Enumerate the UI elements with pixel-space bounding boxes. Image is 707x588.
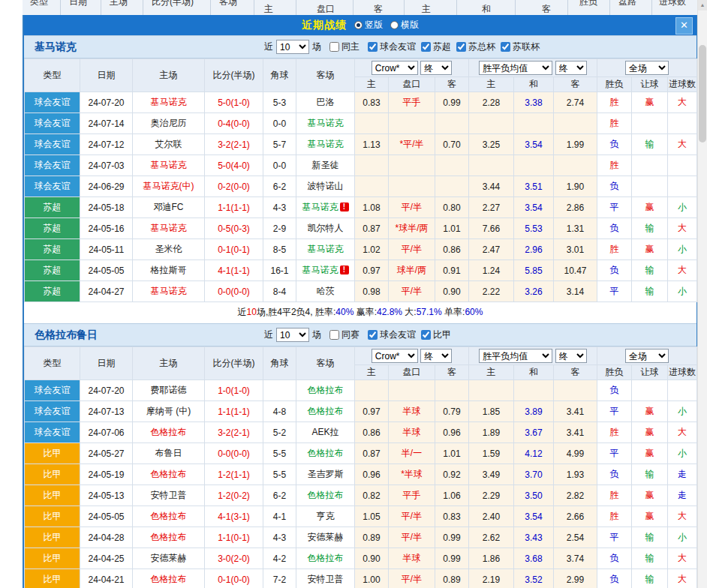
league-filter[interactable]: 比甲 (421, 328, 451, 341)
corners-cell: 5-5 (263, 464, 296, 485)
league-filter-input[interactable] (368, 42, 378, 52)
match-count-select[interactable]: 10 (276, 40, 309, 54)
league-filter-input[interactable] (456, 42, 466, 52)
league-filter-input[interactable] (421, 42, 431, 52)
team-name[interactable]: 色格拉布鲁日 (35, 328, 98, 342)
home-team[interactable]: 摩纳哥 (中) (133, 401, 205, 422)
result-cell: 平 (597, 197, 632, 218)
scrollbar-track[interactable]: ▲ (697, 0, 707, 588)
corners-cell: 4-3 (263, 527, 296, 548)
away-team[interactable]: 基马诺克 (296, 239, 355, 260)
away-team-label: 色格拉布 (308, 406, 344, 416)
result-header: 全场 (597, 59, 697, 77)
league-filter-input[interactable] (421, 330, 431, 340)
scope-select[interactable]: 全场 (625, 61, 669, 75)
alert-icon[interactable]: ! (340, 266, 349, 274)
league-filter-input[interactable] (368, 330, 378, 340)
home-win-odds: 2.47 (469, 239, 514, 260)
asian-final-select[interactable]: 终 (420, 349, 452, 363)
away-team[interactable]: 巴洛 (296, 92, 355, 113)
home-team[interactable]: 色格拉布 (133, 527, 205, 548)
match-row: 比甲24-05-13安特卫普1-2(0-2)6-2色格拉布0.82平手1.062… (25, 485, 697, 506)
scrollbar-thumb[interactable] (699, 45, 706, 142)
handicap-result-cell: 赢 (632, 422, 668, 443)
away-team[interactable]: 安特卫普 (296, 569, 355, 588)
match-count-select[interactable]: 10 (276, 328, 309, 342)
league-filter[interactable]: 苏超 (421, 40, 451, 53)
scope-select[interactable]: 全场 (625, 349, 669, 363)
home-team[interactable]: 色格拉布 (133, 506, 205, 527)
home-team-label: 费耶诺德 (151, 385, 187, 395)
home-team[interactable]: 色格拉布 (133, 569, 205, 588)
home-team[interactable]: 邓迪FC (133, 197, 205, 218)
away-team-label: 色格拉布 (308, 553, 344, 563)
bookmaker-select[interactable]: Crow* (372, 349, 418, 363)
home-team[interactable]: 奥治尼历 (133, 113, 205, 134)
away-team[interactable]: 哈茨 (296, 281, 355, 302)
odds-average-select[interactable]: 胜平负均值 (479, 61, 552, 75)
away-team[interactable]: 基马诺克! (296, 197, 355, 218)
bookmaker-select[interactable]: Crow* (372, 61, 418, 75)
handicap-line: 半球 (389, 401, 435, 422)
home-team[interactable]: 基马诺克 (133, 281, 205, 302)
same-filter-input[interactable] (329, 330, 339, 340)
home-team[interactable]: 费耶诺德 (133, 380, 205, 401)
home-team[interactable]: 安德莱赫 (133, 548, 205, 569)
odds-average-select[interactable]: 胜平负均值 (479, 349, 552, 363)
view-option-vertical[interactable]: 竖版 (354, 19, 383, 32)
asian-away-odds (435, 380, 469, 401)
home-team[interactable]: 基马诺克 (133, 92, 205, 113)
home-win-odds: 3.44 (469, 176, 514, 197)
league-filter[interactable]: 球会友谊 (368, 328, 416, 341)
away-team[interactable]: 色格拉布 (296, 443, 355, 464)
asian-final-select[interactable]: 终 (420, 61, 452, 75)
home-team[interactable]: 安特卫普 (133, 485, 205, 506)
away-team[interactable]: 色格拉布 (296, 380, 355, 401)
away-team[interactable]: 凯尔特人 (296, 218, 355, 239)
home-team[interactable]: 圣米伦 (133, 239, 205, 260)
away-team[interactable]: AEK拉 (296, 422, 355, 443)
away-team[interactable]: 圣吉罗斯 (296, 464, 355, 485)
home-team[interactable]: 布鲁日 (133, 443, 205, 464)
home-team[interactable]: 基马诺克 (133, 155, 205, 176)
away-team[interactable]: 色格拉布 (296, 485, 355, 506)
column-divider (210, 0, 211, 15)
radio-selected-icon[interactable] (354, 21, 363, 29)
away-team[interactable]: 波特诺山 (296, 176, 355, 197)
home-team[interactable]: 格拉斯哥 (133, 260, 205, 281)
match-date: 24-04-28 (80, 527, 133, 548)
away-team[interactable]: 色格拉布 (296, 548, 355, 569)
team-name[interactable]: 基马诺克 (35, 40, 77, 54)
away-team[interactable]: 新圣徒 (296, 155, 355, 176)
score-cell: 3-2(2-1) (205, 422, 263, 443)
home-team[interactable]: 基马诺克 (133, 218, 205, 239)
league-filter[interactable]: 球会友谊 (368, 40, 416, 53)
view-option-horizontal[interactable]: 横版 (390, 19, 419, 32)
away-team[interactable]: 基马诺克! (296, 260, 355, 281)
same-filter-checkbox[interactable]: 同主 (329, 40, 360, 53)
away-team[interactable]: 基马诺克 (296, 134, 355, 155)
same-filter-checkbox[interactable]: 同赛 (329, 328, 360, 341)
same-filter-input[interactable] (329, 42, 339, 52)
home-team[interactable]: 色格拉布 (133, 422, 205, 443)
handicap-result-cell: 输 (632, 464, 668, 485)
radio-unselected-icon[interactable] (390, 21, 399, 29)
league-filter[interactable]: 苏总杯 (456, 40, 495, 53)
handicap-result-cell: 赢 (632, 197, 668, 218)
close-icon[interactable]: ✕ (675, 17, 693, 34)
away-team[interactable]: 基马诺克 (296, 113, 355, 134)
home-team[interactable]: 色格拉布 (133, 464, 205, 485)
away-team[interactable]: 安德莱赫 (296, 527, 355, 548)
alert-icon[interactable]: ! (340, 202, 349, 212)
league-filter-input[interactable] (501, 42, 510, 52)
away-team[interactable]: 亨克 (296, 506, 355, 527)
scroll-up-arrow-icon[interactable]: ▲ (698, 0, 707, 10)
away-team[interactable]: 色格拉布 (296, 401, 355, 422)
euro-final-select[interactable]: 终 (555, 349, 587, 363)
home-team[interactable]: 艾尔联 (133, 134, 205, 155)
euro-final-select[interactable]: 终 (555, 61, 587, 75)
home-team[interactable]: 基马诺克(中) (133, 176, 205, 197)
league-type-badge: 比甲 (25, 443, 80, 464)
goals-result-cell: 走 (668, 464, 697, 485)
league-filter[interactable]: 苏联杯 (501, 40, 540, 53)
